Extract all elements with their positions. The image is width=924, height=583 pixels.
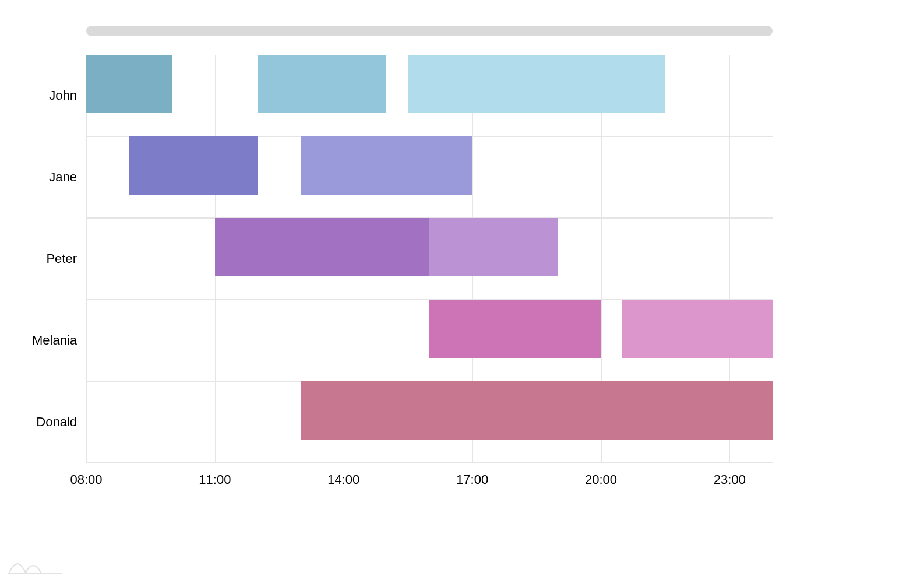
x-axis-tick-label: 17:00 bbox=[456, 472, 488, 487]
x-axis-tick-label: 20:00 bbox=[585, 472, 617, 487]
x-axis-tick-label: 11:00 bbox=[199, 472, 231, 487]
plot-area: JohnJanePeterMelaniaDonald08:0011:0014:0… bbox=[86, 55, 773, 463]
gantt-bar[interactable] bbox=[408, 55, 665, 113]
chart-scrollbar[interactable] bbox=[86, 26, 773, 36]
row-label: Donald bbox=[36, 415, 77, 430]
gantt-bar[interactable] bbox=[429, 218, 558, 276]
gantt-bar[interactable] bbox=[301, 381, 773, 440]
x-axis-tick-label: 23:00 bbox=[714, 472, 746, 487]
gantt-bar[interactable] bbox=[86, 55, 172, 113]
x-axis-tick-label: 08:00 bbox=[70, 472, 102, 487]
row-label: John bbox=[49, 88, 77, 103]
gantt-bar[interactable] bbox=[129, 136, 258, 195]
gantt-bar[interactable] bbox=[429, 300, 601, 358]
row-label: Melania bbox=[32, 333, 77, 348]
row-label: Peter bbox=[46, 251, 77, 266]
gantt-bar[interactable] bbox=[622, 300, 773, 358]
x-axis-tick-label: 14:00 bbox=[327, 472, 359, 487]
amcharts-logo[interactable] bbox=[8, 557, 62, 575]
grid-line bbox=[86, 55, 87, 463]
gantt-bar[interactable] bbox=[258, 55, 387, 113]
gantt-bar[interactable] bbox=[301, 136, 472, 195]
gantt-bar[interactable] bbox=[215, 218, 429, 276]
row-label: Jane bbox=[49, 170, 77, 185]
gantt-chart: JohnJanePeterMelaniaDonald08:0011:0014:0… bbox=[0, 0, 924, 583]
